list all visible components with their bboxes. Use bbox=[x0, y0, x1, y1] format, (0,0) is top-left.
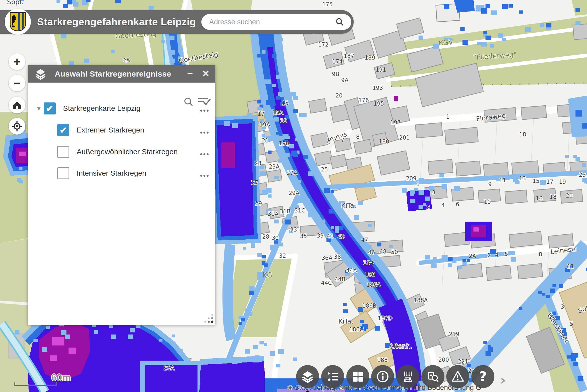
basemap-button[interactable] bbox=[346, 365, 369, 388]
home-icon bbox=[12, 100, 22, 110]
zoom-in-button[interactable]: + bbox=[9, 53, 25, 70]
map-label: 17 bbox=[546, 179, 554, 185]
search-layers-icon[interactable] bbox=[183, 97, 194, 107]
map-label: 2A bbox=[122, 57, 131, 64]
home-button[interactable] bbox=[9, 97, 25, 113]
map-label: 30 bbox=[272, 235, 279, 241]
info-button[interactable] bbox=[371, 365, 394, 388]
layer-row-parent[interactable]: ▾ ✔ Starkregenkarte Leipzig bbox=[37, 102, 140, 114]
map-label: 16 bbox=[536, 195, 543, 202]
map-label: 7 bbox=[341, 137, 344, 143]
close-button[interactable]: × bbox=[202, 67, 209, 80]
map-label: 188A bbox=[414, 297, 428, 303]
map-label: 187 bbox=[344, 53, 354, 59]
map-label: 176 bbox=[358, 97, 369, 103]
map-label: 197 bbox=[390, 119, 401, 126]
map-label: 15 bbox=[533, 178, 540, 184]
layer-menu-extremer[interactable]: ••• bbox=[200, 129, 210, 137]
more-tools-button[interactable]: › bbox=[500, 372, 506, 388]
map-label: 3 bbox=[561, 304, 564, 310]
map-label: 9 bbox=[488, 181, 492, 187]
identify-icon bbox=[427, 370, 439, 383]
map-label: 191 bbox=[376, 67, 386, 73]
identify-button[interactable] bbox=[421, 365, 444, 388]
map-label: 172 bbox=[318, 42, 329, 48]
layers-icon bbox=[35, 68, 46, 80]
checkbox-starkregenkarte[interactable]: ✔ bbox=[44, 102, 56, 114]
map-label: 209 bbox=[406, 175, 416, 182]
map-label: 15A bbox=[272, 109, 283, 116]
warning-button[interactable] bbox=[446, 365, 469, 388]
layer-row-aussergewoehnlicher[interactable]: ✔ Außergewöhnlicher Starkregen bbox=[57, 146, 178, 158]
map-label: 19B bbox=[279, 140, 289, 147]
page-title: Starkregengefahrenkarte Leipzig bbox=[37, 16, 196, 28]
map-label: 1 bbox=[416, 181, 420, 187]
resize-grip[interactable] bbox=[203, 313, 214, 323]
map-label: 175 bbox=[322, 1, 333, 8]
map-label: 48 bbox=[380, 249, 387, 255]
map-label: 1 bbox=[446, 114, 449, 120]
locate-button[interactable] bbox=[9, 118, 25, 135]
active-tool-indicator bbox=[306, 390, 309, 392]
legend-button[interactable] bbox=[321, 365, 344, 388]
map-label: 17 bbox=[258, 111, 265, 117]
zoom-out-button[interactable]: − bbox=[9, 75, 25, 91]
legend-icon bbox=[326, 370, 339, 383]
map-label: 9B bbox=[332, 71, 339, 77]
info-icon bbox=[376, 370, 389, 383]
map-label: Altenh. bbox=[389, 342, 413, 350]
check-icon: ✔ bbox=[60, 126, 67, 135]
map-label: 186D bbox=[378, 315, 392, 321]
layer-row-extremer[interactable]: ✔ Extremer Starkregen bbox=[57, 124, 144, 136]
layer-panel-header[interactable]: Auswahl Starkregenereignisse – × bbox=[28, 65, 215, 83]
leipzig-coat-of-arms-logo bbox=[5, 9, 31, 35]
map-label: 50 bbox=[391, 249, 398, 255]
layer-menu-parent[interactable]: ••• bbox=[200, 107, 210, 115]
map-label: KiTa. bbox=[341, 202, 356, 209]
minimize-button[interactable]: – bbox=[187, 67, 193, 79]
map-label: 19 bbox=[559, 179, 566, 185]
map-label: 5 bbox=[570, 321, 573, 327]
search-button[interactable] bbox=[328, 17, 351, 27]
map-label: 186C bbox=[349, 326, 364, 333]
map-label: 8 bbox=[356, 134, 359, 140]
map-label: 13 bbox=[519, 175, 526, 182]
map-label: 27A bbox=[286, 170, 297, 176]
map-label: 195 bbox=[374, 101, 384, 107]
scale-label: 60m bbox=[51, 372, 71, 383]
map-label: 11 bbox=[567, 263, 574, 270]
map-label: 3 bbox=[432, 189, 435, 196]
scale-bar bbox=[14, 382, 57, 386]
chevron-down-icon[interactable]: ▾ bbox=[37, 105, 41, 113]
address-search bbox=[201, 14, 351, 30]
map-label: 4 bbox=[495, 252, 498, 258]
checkbox-aussergewoehnlicher-starkregen[interactable]: ✔ bbox=[57, 146, 69, 158]
map-label: 188 bbox=[377, 357, 388, 363]
map-label: 23A bbox=[269, 164, 280, 170]
layer-row-intensiver[interactable]: ✔ Intensiver Starkregen bbox=[57, 167, 146, 179]
map-label: 221 bbox=[458, 359, 468, 365]
layer-menu-aussergewoehnlicher[interactable]: ••• bbox=[200, 150, 210, 158]
map-label: 41 bbox=[327, 233, 334, 239]
coat-of-arms-icon bbox=[10, 12, 26, 31]
map-label: 6 bbox=[504, 251, 508, 257]
map-label: 32 bbox=[279, 253, 286, 259]
layer-panel: Auswahl Starkregenereignisse – × ▾ ✔ Sta… bbox=[28, 65, 215, 325]
map-label: 193 bbox=[372, 85, 383, 91]
checkbox-extremer-starkregen[interactable]: ✔ bbox=[57, 124, 69, 136]
map-label: Sppl. bbox=[7, 0, 24, 6]
plus-icon: + bbox=[14, 55, 21, 69]
checkbox-intensiver-starkregen[interactable]: ✔ bbox=[57, 167, 69, 179]
map-label: 29A bbox=[289, 190, 300, 196]
rain-scenario-button[interactable] bbox=[396, 365, 419, 388]
map-label: 31C bbox=[294, 207, 305, 214]
search-input[interactable] bbox=[201, 18, 328, 26]
map-label: 23 bbox=[255, 160, 262, 166]
layer-label: Intensiver Starkregen bbox=[77, 169, 146, 177]
layers-button[interactable] bbox=[296, 365, 319, 388]
check-icon: ✔ bbox=[46, 104, 54, 113]
layer-menu-intensiver[interactable]: ••• bbox=[200, 172, 210, 180]
map-label: 36A bbox=[321, 255, 332, 261]
map-label: 18 bbox=[519, 131, 526, 138]
help-button[interactable]: ? bbox=[471, 365, 494, 388]
